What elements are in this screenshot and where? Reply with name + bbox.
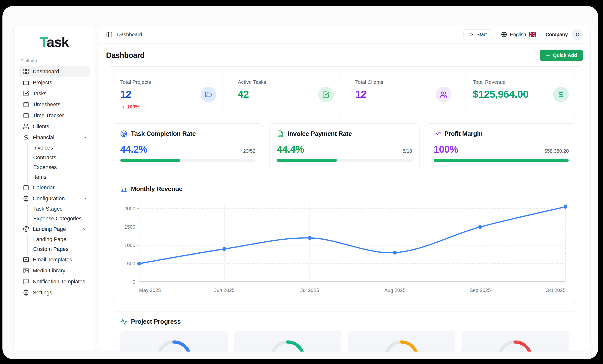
company-menu[interactable]: Company C: [545, 29, 583, 40]
rate-value: 100%: [434, 144, 458, 155]
configuration-subgroup: Task Stages Expense Categories: [27, 204, 90, 224]
image-icon: [23, 268, 29, 273]
users-icon: [23, 123, 29, 129]
bar-chart-icon: [120, 185, 127, 193]
users-icon: [436, 87, 451, 102]
company-label: Company: [545, 32, 568, 37]
rate-detail: $58,380.20: [544, 148, 569, 154]
stat-label: Total Clients: [355, 79, 451, 85]
main-panel: Dashboard Start English: [99, 25, 590, 352]
quick-add-label: Quick Add: [553, 53, 577, 58]
stat-card-active-tasks: Active Tasks 42: [230, 73, 341, 116]
gear-icon: [23, 289, 29, 296]
page-title: Dashboard: [106, 51, 144, 60]
sidebar-item-label: Configuration: [33, 195, 82, 202]
sidebar-item-configuration[interactable]: Configuration: [19, 193, 90, 204]
page-body: Dashboard Quick Add Total Projects 12 10…: [99, 44, 590, 352]
sidebar-item-landing-page[interactable]: Landing Page: [19, 224, 90, 235]
progress-ring-tile: 67%: [462, 331, 569, 352]
progress-bar: [277, 159, 412, 162]
sidebar-item-label: Landing Page: [33, 226, 82, 232]
rate-value: 44.2%: [120, 144, 147, 155]
svg-text:2000: 2000: [124, 206, 135, 211]
dollar-icon: [553, 87, 569, 102]
stat-card-total-clients: Total Clients 12: [348, 73, 459, 116]
logo-rest: ask: [47, 34, 69, 50]
progress-bar: [434, 159, 569, 162]
sidebar-item-label: Items: [33, 174, 46, 180]
sidebar-item-expense-categories[interactable]: Expense Categories: [28, 214, 90, 224]
sidebar-item-contracts[interactable]: Contracts: [28, 153, 90, 162]
logo-accent: T: [40, 34, 47, 50]
sidebar-item-email-templates[interactable]: Email Templates: [19, 254, 90, 265]
monthly-revenue-chart: 0500100015002000May 2025Jun 2025Jul 2025…: [120, 197, 569, 297]
uk-flag-icon: [529, 32, 536, 37]
sidebar-item-media-library[interactable]: Media Library: [19, 265, 90, 276]
language-selector[interactable]: English: [501, 32, 536, 37]
sidebar-toggle-icon[interactable]: [106, 31, 113, 38]
dollar-icon: [23, 134, 29, 140]
sidebar-item-label: Dashboard: [33, 68, 87, 75]
stat-card-total-revenue: Total Revenue $125,964.00: [465, 73, 576, 116]
sidebar-item-items[interactable]: Items: [28, 172, 90, 182]
sidebar-item-label: Settings: [33, 289, 87, 296]
target-icon: [120, 130, 127, 137]
start-button-label: Start: [476, 32, 487, 37]
sidebar-item-tasks[interactable]: Tasks: [19, 88, 90, 99]
progress-ring: 33%: [268, 338, 307, 352]
svg-text:Aug 2025: Aug 2025: [384, 287, 406, 293]
svg-text:Sep 2025: Sep 2025: [470, 287, 491, 293]
sidebar-item-label: Projects: [33, 80, 87, 86]
quick-add-button[interactable]: Quick Add: [540, 50, 583, 61]
sidebar-item-timesheets[interactable]: Timesheets: [19, 99, 90, 110]
rate-card-invoice-payment: Invoice Payment Rate 44.4% 8/18: [269, 123, 419, 171]
project-progress-card: Project Progress 33%: [113, 311, 576, 352]
sidebar-item-calendar[interactable]: Calendar: [19, 182, 90, 193]
sidebar-item-notification-templates[interactable]: Notification Templates: [19, 276, 90, 287]
section-title: Monthly Revenue: [131, 185, 183, 193]
sidebar-item-landing-page-sub[interactable]: Landing Page: [28, 235, 90, 244]
progress-ring-tile: 33%: [234, 331, 342, 352]
sidebar-item-label: Timesheets: [33, 101, 87, 108]
avatar[interactable]: C: [572, 29, 583, 40]
start-button[interactable]: Start: [464, 29, 492, 40]
language-label: English: [510, 32, 526, 37]
mail-icon: [23, 257, 29, 263]
sidebar-item-label: Landing Page: [33, 236, 67, 243]
sidebar-item-time-tracker[interactable]: Time Tracker: [19, 110, 90, 121]
svg-text:Oct 2025: Oct 2025: [545, 287, 565, 293]
sidebar-item-financial[interactable]: Financial: [19, 132, 90, 143]
progress-ring: 33%: [382, 338, 421, 352]
gear-icon: [23, 195, 29, 202]
sidebar-item-invoices[interactable]: Invoices: [28, 143, 90, 153]
section-title: Project Progress: [131, 318, 181, 325]
scrollbar[interactable]: [590, 27, 594, 343]
play-icon: [469, 32, 474, 37]
rates-row: Task Completion Rate 44.2% 23/52 Invoice…: [113, 123, 576, 171]
globe-icon: [501, 32, 507, 37]
sidebar-item-settings[interactable]: Settings: [19, 287, 90, 298]
sidebar-item-label: Media Library: [33, 268, 87, 274]
briefcase-icon: [23, 80, 29, 86]
chevron-down-icon: [82, 227, 87, 232]
top-header: Dashboard Start English: [99, 25, 590, 44]
project-progress-grid: 33% 33%: [120, 331, 569, 352]
sidebar-item-dashboard[interactable]: Dashboard: [19, 66, 90, 77]
sidebar-item-label: Tasks: [33, 91, 87, 97]
stat-card-total-projects: Total Projects 12 100%: [113, 73, 224, 116]
progress-bar-fill: [277, 159, 337, 162]
sidebar-item-label: Notification Templates: [33, 278, 87, 285]
svg-text:1000: 1000: [124, 243, 135, 248]
calendar-icon: [23, 101, 29, 107]
sidebar-item-projects[interactable]: Projects: [19, 77, 90, 88]
sidebar-item-label: Invoices: [33, 145, 53, 151]
plus-icon: [545, 53, 550, 58]
sidebar-item-custom-pages[interactable]: Custom Pages: [28, 244, 90, 254]
check-square-icon: [318, 87, 334, 102]
sidebar-item-task-stages[interactable]: Task Stages: [28, 204, 90, 214]
rate-detail: 23/52: [243, 148, 255, 154]
sidebar-item-clients[interactable]: Clients: [19, 121, 90, 132]
rate-card-task-completion: Task Completion Rate 44.2% 23/52: [113, 123, 263, 171]
rate-title: Profit Margin: [444, 130, 483, 137]
sidebar-item-expenses[interactable]: Expenses: [28, 162, 90, 172]
